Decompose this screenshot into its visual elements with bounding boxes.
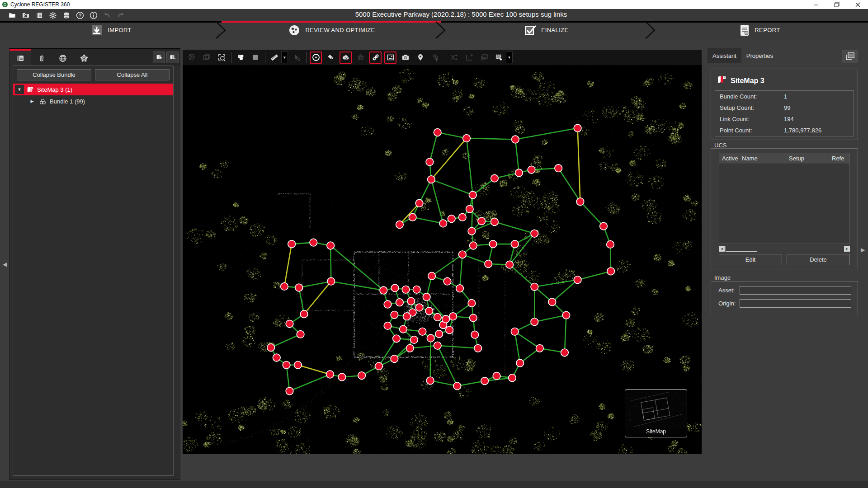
ucs-delete-button[interactable]: Delete bbox=[787, 254, 850, 265]
camera-icon[interactable] bbox=[399, 52, 411, 64]
add-sitemap-button[interactable] bbox=[153, 52, 165, 63]
ucs-edit-button[interactable]: Edit bbox=[719, 254, 782, 265]
setup-node bbox=[427, 334, 434, 342]
ucs-column-setup[interactable]: Setup bbox=[786, 153, 829, 164]
close-project-icon[interactable] bbox=[19, 10, 32, 20]
ucs-column-name[interactable]: Name bbox=[739, 153, 786, 164]
auto-link-icon bbox=[448, 52, 460, 64]
project-panel: Collapse Bundle Collapse All ▼ SiteMap 3… bbox=[9, 48, 180, 480]
tree-item-bundle-1-99-[interactable]: ▶ Bundle 1 (99) bbox=[13, 95, 173, 107]
setup-node bbox=[425, 307, 433, 315]
setup-node bbox=[481, 377, 489, 385]
help-icon[interactable]: ? bbox=[73, 10, 86, 20]
workflow-tab-import[interactable]: IMPORT bbox=[0, 21, 222, 39]
close-button[interactable] bbox=[847, 0, 868, 9]
title-bar: Cyclone REGISTER 360 bbox=[0, 0, 868, 9]
panel-tab-globe[interactable] bbox=[52, 49, 73, 66]
setup-node bbox=[493, 372, 500, 380]
storage-database-icon[interactable] bbox=[60, 10, 73, 20]
setup-node bbox=[413, 286, 420, 294]
tree-expander[interactable]: ▼ bbox=[15, 85, 24, 94]
tab-assistant[interactable]: Assistant bbox=[708, 48, 741, 63]
image-frame-icon bbox=[478, 52, 490, 64]
pick-point-icon bbox=[291, 52, 303, 64]
zoom-window-icon[interactable] bbox=[215, 52, 227, 64]
workflow-tab-finalize[interactable]: FINALIZE bbox=[441, 21, 651, 39]
setup-node bbox=[402, 286, 410, 294]
restore-button[interactable] bbox=[826, 0, 847, 9]
info-icon[interactable] bbox=[87, 10, 100, 20]
tree-expander[interactable]: ▶ bbox=[28, 97, 37, 106]
sitemap-thumbnail[interactable]: SiteMap bbox=[625, 389, 687, 437]
stat-row: Point Count:1,780,977,826 bbox=[715, 125, 854, 136]
properties-card: SiteMap 3 Bundle Count:1Setup Count:99Li… bbox=[711, 69, 858, 140]
tree-item-sitemap-3-1-[interactable]: ▼ SiteMap 3 (1) bbox=[13, 84, 173, 95]
ucs-table[interactable]: ActiveNameSetupRefe bbox=[719, 153, 850, 244]
setup-node bbox=[391, 355, 398, 363]
workflow-tab-review-and-optimize[interactable]: REVIEW AND OPTIMIZE bbox=[222, 21, 441, 39]
setup-node bbox=[511, 328, 519, 336]
setup-node bbox=[310, 239, 317, 246]
sitemap-viewport[interactable]: SiteMap bbox=[183, 65, 702, 454]
layout-windows-button[interactable] bbox=[842, 50, 858, 63]
remove-sitemap-button[interactable] bbox=[166, 52, 179, 63]
svg-text:?: ? bbox=[78, 13, 81, 18]
report-book-icon[interactable] bbox=[33, 10, 46, 20]
tab-properties[interactable]: Properties bbox=[741, 48, 778, 63]
show-cloud-icon[interactable] bbox=[340, 52, 352, 64]
asset-field[interactable] bbox=[740, 286, 851, 295]
scrollbar-thumb[interactable] bbox=[726, 246, 757, 252]
import-arrow-icon bbox=[90, 23, 104, 37]
collapse-all-button[interactable]: Collapse All bbox=[95, 69, 170, 80]
ucs-column-refe[interactable]: Refe bbox=[829, 153, 849, 164]
setup-node bbox=[453, 382, 461, 390]
bundle-cloud-icon[interactable] bbox=[234, 52, 246, 64]
panel-tab-network-star[interactable] bbox=[73, 49, 94, 66]
square-select-icon[interactable] bbox=[249, 52, 261, 64]
open-project-icon[interactable] bbox=[5, 10, 19, 20]
panel-tab-project-tree[interactable] bbox=[9, 49, 31, 66]
toolbar-separator bbox=[231, 52, 231, 63]
workflow-tab-report[interactable]: REPORT bbox=[651, 21, 868, 39]
panel-tab-paperclip[interactable] bbox=[31, 49, 52, 66]
scroll-left-arrow[interactable]: ◄ bbox=[719, 246, 725, 252]
show-images-icon[interactable] bbox=[384, 52, 396, 64]
show-setups-icon[interactable] bbox=[310, 52, 322, 64]
settings-gear-icon[interactable] bbox=[46, 10, 59, 20]
setup-node bbox=[396, 299, 404, 306]
collapse-bundle-button[interactable]: Collapse Bundle bbox=[17, 69, 91, 80]
show-labels-icon[interactable] bbox=[325, 52, 337, 64]
thumbnail-label: SiteMap bbox=[625, 428, 687, 435]
measure-ruler-icon[interactable] bbox=[268, 52, 280, 64]
origin-field[interactable] bbox=[740, 299, 851, 308]
project-tree-area: Collapse Bundle Collapse All ▼ SiteMap 3… bbox=[13, 66, 174, 476]
expand-right-panel-arrow[interactable]: ▶ bbox=[861, 247, 865, 253]
scroll-right-arrow[interactable]: ► bbox=[844, 246, 850, 252]
sitemap-icon bbox=[717, 75, 726, 86]
show-links-icon[interactable] bbox=[369, 52, 382, 64]
marquee-select-icon[interactable] bbox=[493, 52, 505, 64]
stats-box: Bundle Count:1Setup Count:99Link Count:1… bbox=[715, 90, 854, 136]
setup-node bbox=[384, 300, 392, 308]
setup-node bbox=[384, 322, 392, 330]
setup-node bbox=[439, 220, 447, 227]
setup-node bbox=[449, 313, 457, 320]
measure-ruler-dropdown[interactable]: ▼ bbox=[281, 52, 288, 63]
stat-row: Bundle Count:1 bbox=[715, 91, 854, 102]
origin-row: Origin: bbox=[718, 299, 851, 308]
sitemap-icon bbox=[26, 86, 34, 94]
setup-node bbox=[443, 277, 451, 285]
setup-node bbox=[300, 310, 308, 318]
setup-node bbox=[574, 276, 581, 284]
setup-node bbox=[561, 349, 569, 357]
collapse-left-panel-arrow[interactable]: ◀ bbox=[3, 261, 7, 267]
minimize-button[interactable] bbox=[806, 0, 826, 9]
marquee-select-dropdown[interactable]: ▼ bbox=[506, 52, 513, 63]
setup-link-graph[interactable] bbox=[183, 65, 702, 454]
geotag-pin-icon[interactable] bbox=[414, 52, 426, 64]
setup-node bbox=[470, 314, 477, 322]
ucs-column-active[interactable]: Active bbox=[719, 153, 739, 164]
setup-node bbox=[516, 359, 524, 367]
setup-node bbox=[468, 300, 476, 307]
ucs-horizontal-scrollbar[interactable]: ◄ ► bbox=[719, 246, 850, 252]
